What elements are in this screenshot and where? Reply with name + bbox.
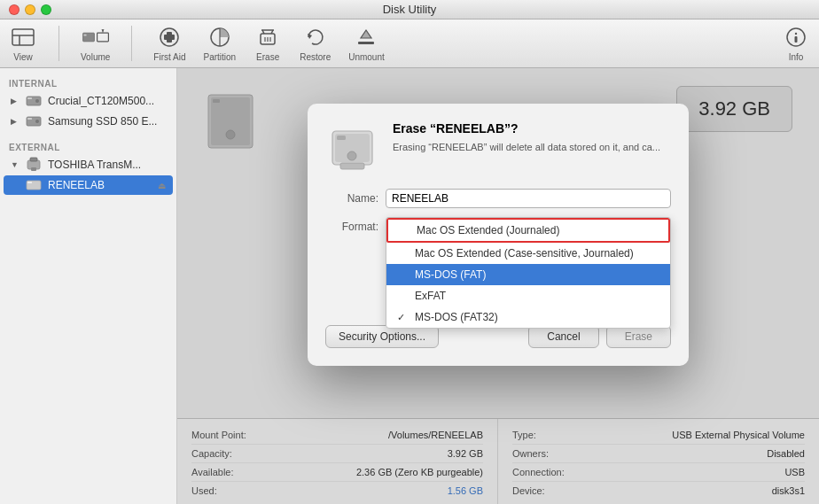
svg-rect-4 xyxy=(83,35,86,36)
dropdown-item-msdos-fat32-label: MS-DOS (FAT32) xyxy=(415,311,498,323)
dropdown-item-exfat-label: ExFAT xyxy=(415,290,446,302)
name-input[interactable] xyxy=(386,189,671,208)
name-field-row: Name: xyxy=(325,189,671,208)
reneelab-label: RENEELAB xyxy=(48,179,152,191)
svg-rect-43 xyxy=(337,136,346,140)
svg-marker-22 xyxy=(361,30,371,38)
modal-title-area: Erase “RENEELAB”? Erasing “RENEELAB” wil… xyxy=(393,121,671,174)
dropdown-item-mac-journaled-label: Mac OS Extended (Journaled) xyxy=(417,224,559,236)
modal-description: Erasing “RENEELAB” will delete all data … xyxy=(393,141,671,154)
first-aid-icon xyxy=(155,25,183,50)
checkmark-msdos-fat32: ✓ xyxy=(397,312,410,323)
svg-rect-0 xyxy=(12,29,34,45)
restore-icon xyxy=(301,25,330,50)
format-label-inline: Format: xyxy=(325,221,378,233)
svg-point-44 xyxy=(347,151,356,160)
svg-rect-34 xyxy=(31,167,36,171)
svg-rect-10 xyxy=(164,35,175,40)
first-aid-label: First Aid xyxy=(153,52,185,62)
svg-rect-36 xyxy=(27,182,32,183)
format-dropdown-popup[interactable]: Mac OS Extended (Journaled) Mac OS Exten… xyxy=(386,217,671,329)
svg-point-31 xyxy=(35,120,39,123)
dropdown-item-msdos-fat[interactable]: MS-DOS (FAT) xyxy=(386,264,670,285)
sidebar-item-toshiba[interactable]: ▼ TOSHIBA TransM... xyxy=(4,155,173,174)
toolbar-volume[interactable]: Volume xyxy=(81,25,110,62)
svg-rect-25 xyxy=(795,36,798,43)
toolbar-view[interactable]: View xyxy=(9,25,37,62)
samsung-disk-icon xyxy=(25,114,43,128)
erase-icon xyxy=(254,25,282,50)
dropdown-item-msdos-fat-label: MS-DOS (FAT) xyxy=(415,268,486,281)
toolbar-partition[interactable]: Partition xyxy=(203,25,236,62)
reneelab-disk-icon xyxy=(25,178,43,192)
volume-icon xyxy=(82,25,110,50)
svg-point-28 xyxy=(35,99,39,103)
name-label: Name: xyxy=(325,192,378,205)
window-controls xyxy=(9,4,51,15)
restore-label: Restore xyxy=(300,52,331,62)
unmount-label: Unmount xyxy=(348,52,385,62)
dropdown-item-exfat[interactable]: ExFAT xyxy=(386,285,670,306)
toolbar-divider-1 xyxy=(58,26,59,61)
info-icon xyxy=(782,25,810,50)
sidebar: Internal ▶ Crucial_CT120M500... ▶ xyxy=(0,68,177,504)
erase-label: Erase xyxy=(256,52,279,62)
toshiba-label: TOSHIBA TransM... xyxy=(48,159,166,171)
svg-rect-33 xyxy=(30,158,37,161)
minimize-button[interactable] xyxy=(25,4,35,15)
sidebar-item-samsung[interactable]: ▶ Samsung SSD 850 E... xyxy=(4,112,173,131)
close-button[interactable] xyxy=(9,4,20,15)
dropdown-container: Format: MS-DOS (FAT) ▼ Mac OS Extended (… xyxy=(325,217,671,236)
svg-rect-21 xyxy=(358,42,374,44)
disk-icon xyxy=(25,94,43,108)
toolbar-info[interactable]: Info xyxy=(782,25,810,62)
title-bar: Disk Utility xyxy=(0,0,819,19)
toolbar-restore[interactable]: Restore xyxy=(300,25,331,62)
external-section-header: External xyxy=(0,139,176,154)
svg-rect-30 xyxy=(27,118,32,120)
dropdown-item-mac-case-label: Mac OS Extended (Case-sensitive, Journal… xyxy=(415,247,634,260)
disclosure-icon: ▶ xyxy=(11,97,20,105)
dropdown-item-mac-journaled[interactable]: Mac OS Extended (Journaled) xyxy=(386,218,670,243)
toolbar-erase[interactable]: Erase xyxy=(254,25,282,62)
view-label: View xyxy=(13,52,33,62)
partition-label: Partition xyxy=(203,52,236,62)
toolbar-first-aid[interactable]: First Aid xyxy=(153,25,185,62)
modal-header: Erase “RENEELAB”? Erasing “RENEELAB” wil… xyxy=(325,121,671,174)
svg-rect-5 xyxy=(97,33,108,42)
toolbar: View Volume First Aid xyxy=(0,19,819,68)
samsung-label: Samsung SSD 850 E... xyxy=(48,115,166,128)
crucial-label: Crucial_CT120M500... xyxy=(48,95,166,107)
svg-marker-7 xyxy=(101,29,104,31)
main-layout: Internal ▶ Crucial_CT120M500... ▶ xyxy=(0,68,819,504)
maximize-button[interactable] xyxy=(41,4,51,15)
view-icon xyxy=(9,25,37,50)
svg-rect-3 xyxy=(82,33,94,42)
dropdown-item-mac-case[interactable]: Mac OS Extended (Case-sensitive, Journal… xyxy=(386,243,670,264)
modal-disk-graphic xyxy=(325,121,378,174)
sidebar-item-reneelab[interactable]: ▶ RENEELAB ⏏ xyxy=(4,175,173,195)
svg-rect-27 xyxy=(27,97,32,99)
volume-label: Volume xyxy=(81,52,110,62)
dropdown-item-msdos-fat32[interactable]: ✓ MS-DOS (FAT32) xyxy=(386,306,670,328)
eject-icon[interactable]: ⏏ xyxy=(158,181,166,190)
toshiba-disk-icon xyxy=(25,158,43,172)
erase-modal: Erase “RENEELAB”? Erasing “RENEELAB” wil… xyxy=(308,104,689,366)
sidebar-item-crucial[interactable]: ▶ Crucial_CT120M500... xyxy=(4,91,173,111)
svg-point-24 xyxy=(795,33,797,35)
info-label: Info xyxy=(789,52,804,62)
content-area: 3.92 GB Mount Point: /Volumes/RENEELAB C… xyxy=(177,68,819,504)
disclosure-icon-toshiba: ▼ xyxy=(11,160,20,169)
toolbar-unmount[interactable]: Unmount xyxy=(348,25,385,62)
unmount-icon xyxy=(352,25,380,50)
window-title: Disk Utility xyxy=(383,3,437,16)
modal-overlay: Erase “RENEELAB”? Erasing “RENEELAB” wil… xyxy=(177,68,819,504)
svg-rect-45 xyxy=(340,163,364,169)
internal-section-header: Internal xyxy=(0,75,176,90)
partition-icon xyxy=(206,25,234,50)
toolbar-divider-2 xyxy=(131,26,132,61)
modal-title: Erase “RENEELAB”? xyxy=(393,121,671,136)
disclosure-icon-samsung: ▶ xyxy=(11,117,20,126)
